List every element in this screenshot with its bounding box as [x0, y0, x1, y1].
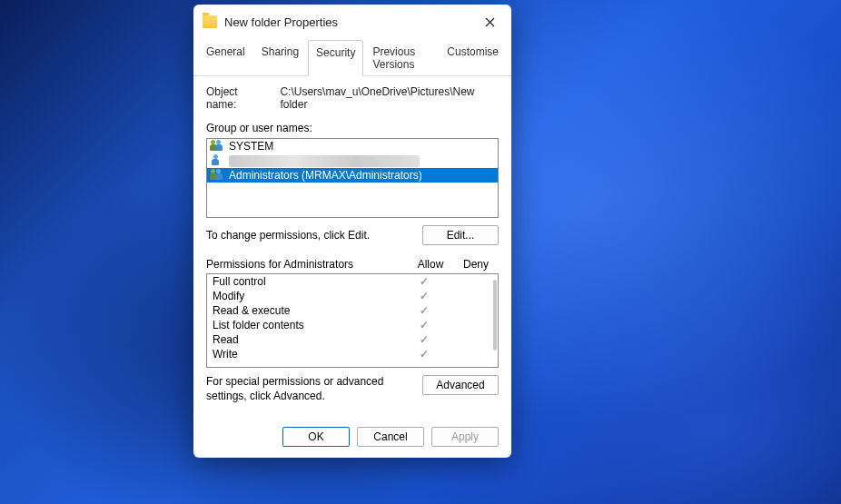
- check-icon: ✓: [401, 304, 447, 317]
- user-name: Administrators (MRMAX\Administrators): [229, 169, 422, 182]
- user-row-administrators[interactable]: Administrators (MRMAX\Administrators): [207, 168, 498, 183]
- permissions-listbox[interactable]: Full control✓ Modify✓ Read & execute✓ Li…: [206, 273, 499, 368]
- perm-row: Read✓: [207, 332, 498, 347]
- perm-row: Read & execute✓: [207, 303, 498, 318]
- edit-button[interactable]: Edit...: [422, 225, 499, 245]
- perm-row: Modify✓: [207, 289, 498, 303]
- check-icon: ✓: [401, 290, 447, 302]
- perm-row: List folder contents✓: [207, 318, 498, 332]
- dialog-footer: OK Cancel Apply: [193, 416, 511, 458]
- users-icon: [211, 169, 225, 182]
- permissions-label: Permissions for Administrators: [206, 258, 408, 271]
- tab-general[interactable]: General: [199, 40, 252, 76]
- close-button[interactable]: [477, 9, 502, 35]
- permissions-header: Permissions for Administrators Allow Den…: [206, 258, 499, 271]
- scrollbar-thumb[interactable]: [493, 280, 497, 351]
- allow-col-header: Allow: [408, 258, 453, 271]
- folder-icon: [203, 15, 217, 28]
- advanced-row: For special permissions or advanced sett…: [206, 375, 499, 403]
- check-icon: ✓: [401, 275, 447, 288]
- check-icon: ✓: [401, 319, 447, 331]
- deny-col-header: Deny: [453, 258, 499, 271]
- user-icon: [211, 154, 225, 167]
- user-row-system[interactable]: SYSTEM: [207, 139, 498, 153]
- edit-hint-row: To change permissions, click Edit. Edit.…: [206, 225, 499, 245]
- object-name-value: C:\Users\mav_u\OneDrive\Pictures\New fol…: [280, 85, 499, 111]
- tab-security[interactable]: Security: [308, 40, 363, 76]
- users-icon: [211, 140, 225, 153]
- tab-sharing[interactable]: Sharing: [254, 40, 306, 76]
- advanced-hint: For special permissions or advanced sett…: [206, 375, 413, 403]
- apply-button[interactable]: Apply: [431, 427, 499, 447]
- advanced-button[interactable]: Advanced: [422, 375, 499, 395]
- object-name-label: Object name:: [206, 85, 269, 111]
- close-icon: [485, 17, 495, 27]
- group-users-label: Group or user names:: [206, 122, 499, 134]
- titlebar: New folder Properties: [193, 5, 511, 39]
- users-listbox[interactable]: SYSTEM Administrators (MRMAX\Administrat…: [206, 138, 499, 218]
- user-name: SYSTEM: [229, 140, 273, 153]
- perm-row: Full control✓: [207, 274, 498, 289]
- properties-dialog: New folder Properties General Sharing Se…: [193, 5, 511, 458]
- perm-row: Write✓: [207, 347, 498, 361]
- tab-customise[interactable]: Customise: [440, 40, 506, 76]
- edit-hint: To change permissions, click Edit.: [206, 229, 422, 242]
- dialog-title: New folder Properties: [224, 15, 338, 29]
- ok-button[interactable]: OK: [282, 427, 350, 447]
- tab-previous-versions[interactable]: Previous Versions: [365, 40, 438, 76]
- cancel-button[interactable]: Cancel: [357, 427, 424, 447]
- user-name-redacted: [229, 155, 420, 167]
- tabs: General Sharing Security Previous Versio…: [193, 39, 511, 76]
- check-icon: ✓: [401, 333, 447, 346]
- check-icon: ✓: [401, 348, 447, 361]
- security-panel: Object name: C:\Users\mav_u\OneDrive\Pic…: [193, 76, 511, 416]
- user-row-redacted[interactable]: [207, 153, 498, 168]
- object-name-row: Object name: C:\Users\mav_u\OneDrive\Pic…: [206, 85, 499, 111]
